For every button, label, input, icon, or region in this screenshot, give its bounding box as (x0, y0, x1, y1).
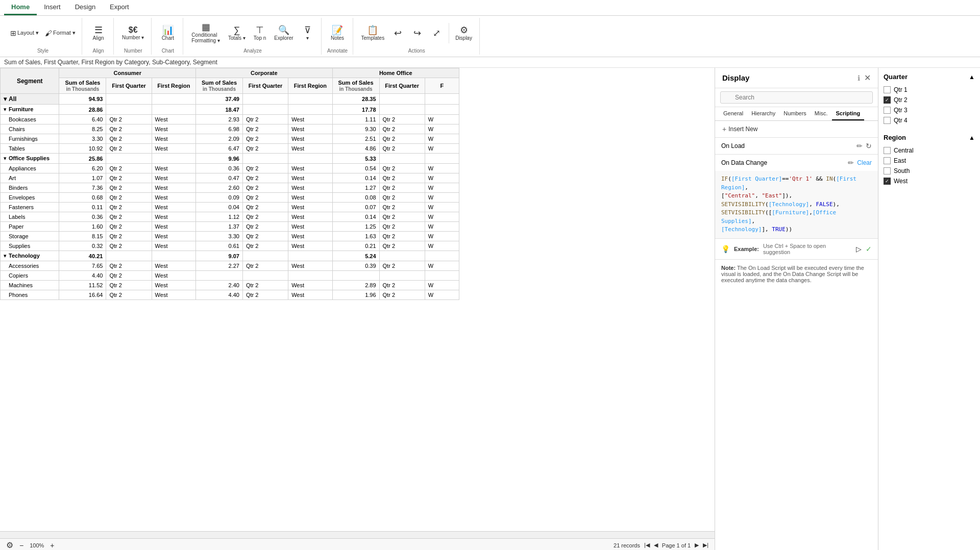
cell: West (152, 222, 195, 232)
cell: 8.15 (59, 232, 106, 241)
refresh-icon[interactable]: ↻ (866, 142, 872, 150)
tab-misc[interactable]: Misc. (811, 107, 832, 120)
redo-button[interactable]: ↪ (408, 27, 426, 40)
tab-hierarchy[interactable]: Hierarchy (747, 107, 779, 120)
filter-item[interactable]: Central (884, 145, 975, 156)
filter-item[interactable]: South (884, 166, 975, 176)
filter-item[interactable]: Qtr 2 (884, 95, 975, 105)
table-row: Bookcases 6.40 Qtr 2 West 2.93 Qtr 2 Wes… (1, 115, 459, 124)
on-data-change-header[interactable]: On Data Change ✏ Clear (715, 155, 878, 171)
tab-scripting[interactable]: Scripting (832, 107, 865, 120)
segment-col-header: Segment (1, 68, 59, 94)
zoom-minus[interactable]: − (19, 541, 23, 549)
cell: West (288, 164, 332, 173)
filter-checkbox[interactable] (884, 167, 891, 174)
templates-icon: 📋 (367, 26, 378, 35)
item-label: Fasteners (1, 203, 59, 212)
filter-item[interactable]: East (884, 156, 975, 166)
display-panel-header: Display ℹ ✕ (715, 68, 878, 88)
close-button[interactable]: ✕ (864, 73, 871, 83)
cell: 1.60 (59, 222, 106, 232)
run-icon[interactable]: ▷ (856, 245, 862, 253)
cell: 1.63 (332, 232, 379, 241)
check-icon[interactable]: ✓ (866, 245, 872, 253)
page-prev[interactable]: ◀ (654, 542, 658, 548)
region-group-header[interactable]: Region ▲ (884, 134, 975, 141)
homeoffice-q-header: First Quarter (379, 78, 425, 94)
format-button[interactable]: 🖌 Format ▾ (43, 28, 78, 38)
cell: W (425, 134, 459, 144)
filter-item[interactable]: Qtr 3 (884, 105, 975, 115)
edit-data-icon[interactable]: ✏ (848, 159, 854, 167)
page-next[interactable]: ▶ (695, 542, 699, 548)
display-button[interactable]: ⚙ Display (452, 23, 475, 43)
filter-button[interactable]: ⊽ ▾ (299, 23, 317, 43)
filter-checkbox[interactable] (884, 107, 891, 114)
filter-checkbox[interactable] (884, 117, 891, 124)
cell: W (425, 124, 459, 134)
tab-export[interactable]: Export (103, 0, 136, 15)
tab-home[interactable]: Home (4, 0, 37, 15)
quarter-group-header[interactable]: Quarter ▲ (884, 73, 975, 81)
tab-insert[interactable]: Insert (37, 0, 68, 15)
templates-button[interactable]: 📋 Templates (358, 23, 388, 43)
filter-checkbox[interactable] (884, 96, 891, 104)
filter-item-label: Qtr 4 (894, 117, 908, 124)
clear-button[interactable]: Clear (857, 159, 872, 166)
filter-checkbox[interactable] (884, 147, 891, 154)
code-editor[interactable]: IF([First Quarter]=='Qtr 1' && IN([First… (715, 171, 878, 238)
page-last[interactable]: ▶| (703, 542, 708, 548)
chart-label: Chart (162, 35, 174, 41)
table-container[interactable]: Segment Consumer Corporate Home Office S… (0, 68, 715, 531)
cell (288, 271, 332, 281)
page-first[interactable]: |◀ (644, 542, 650, 548)
quarter-collapse-icon[interactable]: ▲ (969, 73, 975, 81)
chart-button[interactable]: 📊 Chart (159, 23, 177, 43)
region-collapse-icon[interactable]: ▲ (969, 134, 975, 141)
notes-button[interactable]: 📝 Notes (328, 23, 347, 43)
tab-general[interactable]: General (719, 107, 747, 120)
on-load-header[interactable]: On Load ✏ ↻ (715, 138, 878, 154)
tab-design[interactable]: Design (68, 0, 103, 15)
explorer-button[interactable]: 🔍 Explorer (271, 23, 296, 43)
filter-checkbox[interactable] (884, 86, 891, 93)
filter-item[interactable]: Qtr 4 (884, 115, 975, 126)
homeoffice-header: Home Office (332, 68, 459, 78)
horizontal-scrollbar[interactable] (0, 531, 715, 538)
cell: Qtr 2 (242, 222, 288, 232)
topn-button[interactable]: ⊤ Top n (251, 23, 269, 43)
layout-button[interactable]: ⊞ Layout ▾ (8, 28, 41, 38)
filter-checkbox[interactable] (884, 178, 891, 185)
filter-item[interactable]: West (884, 176, 975, 186)
cell: 1.11 (332, 115, 379, 124)
zoom-plus[interactable]: + (50, 541, 54, 549)
cell (379, 154, 425, 164)
search-input[interactable] (720, 91, 873, 104)
filter-icon: ⊽ (304, 26, 311, 35)
item-label: Phones (1, 290, 59, 300)
cell: West (152, 241, 195, 251)
settings-icon[interactable]: ⚙ (6, 540, 13, 550)
cell: West (288, 281, 332, 290)
totals-button[interactable]: ∑ Totals ▾ (225, 23, 249, 43)
insert-new-bar[interactable]: + Insert New (715, 121, 878, 138)
table-row: ▾All 94.93 37.49 28.35 (1, 94, 459, 105)
edit-icon[interactable]: ✏ (856, 142, 863, 150)
filter-item-label: West (894, 178, 908, 185)
undo-button[interactable]: ↩ (388, 27, 407, 40)
style-group-items: ⊞ Layout ▾ 🖌 Format ▾ (8, 19, 78, 47)
filter-checkbox[interactable] (884, 157, 891, 164)
resize-button[interactable]: ⤢ (427, 27, 446, 40)
templates-label: Templates (361, 35, 385, 41)
explorer-label: Explorer (274, 35, 293, 41)
cell: West (152, 134, 195, 144)
cell: 25.86 (59, 154, 106, 164)
filter-item[interactable]: Qtr 1 (884, 85, 975, 95)
cell: 1.07 (59, 173, 106, 183)
tab-numbers[interactable]: Numbers (779, 107, 811, 120)
align-button[interactable]: ☰ Align (89, 23, 108, 43)
conditional-formatting-button[interactable]: ▦ ConditionalFormatting ▾ (188, 20, 223, 45)
cell: West (288, 241, 332, 251)
cell (242, 94, 288, 105)
number-button[interactable]: $€ Number ▾ (119, 24, 147, 42)
